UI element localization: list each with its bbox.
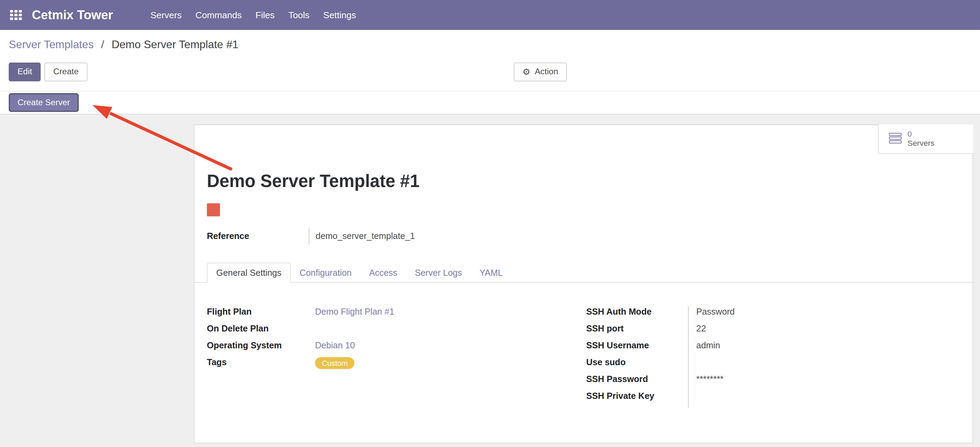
breadcrumb: Server Templates / Demo Server Template … [9, 38, 238, 51]
field-row-ssh-password: SSH Password ******** [586, 374, 960, 391]
control-panel: Server Templates / Demo Server Template … [0, 30, 980, 115]
field-value [688, 391, 960, 408]
tag-custom[interactable]: Custom [315, 357, 355, 369]
tab-yaml[interactable]: YAML [471, 263, 511, 282]
field-row-on-delete-plan: On Delete Plan [207, 323, 586, 340]
field-label: SSH Username [586, 340, 688, 350]
reference-field-row: Reference demo_server_template_1 [207, 228, 960, 244]
app-brand[interactable]: Cetmix Tower [32, 8, 113, 22]
menu-tools[interactable]: Tools [288, 10, 310, 20]
reference-value: demo_server_template_1 [309, 228, 960, 244]
app-window: Cetmix Tower Servers Commands Files Tool… [0, 0, 980, 447]
view-toolbar: Create Server [0, 91, 980, 114]
edit-button[interactable]: Edit [9, 62, 41, 81]
field-value: ******** [688, 374, 960, 391]
field-label: Tags [207, 357, 309, 367]
field-value: admin [688, 340, 960, 357]
content-area: 0 Servers Demo Server Template #1 Refere… [0, 115, 980, 447]
field-label: SSH port [586, 323, 688, 333]
main-menu: Servers Commands Files Tools Settings [151, 10, 356, 20]
field-label: Use sudo [586, 357, 688, 367]
notebook-tabs: General Settings Configuration Access Se… [194, 263, 972, 283]
field-value: 22 [688, 323, 960, 340]
tab-access[interactable]: Access [360, 263, 406, 282]
field-label: SSH Private Key [586, 391, 688, 401]
breadcrumb-separator: / [101, 38, 104, 51]
field-row-use-sudo: Use sudo [586, 357, 960, 374]
action-button[interactable]: ⚙ Action [514, 62, 567, 81]
field-value: Custom [309, 357, 587, 369]
servers-label: Servers [907, 139, 934, 148]
servers-stat-text: 0 Servers [907, 129, 934, 148]
gear-icon: ⚙ [523, 67, 531, 76]
field-label: On Delete Plan [207, 323, 309, 333]
operating-system-link[interactable]: Debian 10 [315, 340, 355, 350]
field-label: SSH Auth Mode [586, 307, 688, 316]
field-label: SSH Password [586, 374, 688, 384]
field-label: Flight Plan [207, 307, 309, 316]
create-button[interactable]: Create [45, 62, 88, 81]
breadcrumb-current: Demo Server Template #1 [112, 38, 239, 51]
apps-menu-icon[interactable] [10, 10, 22, 20]
field-row-tags: Tags Custom [207, 357, 586, 374]
flight-plan-link[interactable]: Demo Flight Plan #1 [315, 307, 395, 316]
field-row-flight-plan: Flight Plan Demo Flight Plan #1 [207, 307, 586, 323]
record-buttons: Edit Create [9, 62, 87, 81]
servers-count: 0 [907, 129, 934, 139]
action-button-label: Action [535, 66, 558, 78]
field-row-ssh-private-key: SSH Private Key [586, 391, 960, 408]
field-value: Password [688, 307, 960, 323]
record-sheet: 0 Servers Demo Server Template #1 Refere… [194, 125, 973, 444]
tab-configuration[interactable]: Configuration [291, 263, 360, 282]
field-row-ssh-username: SSH Username admin [586, 340, 960, 357]
servers-stat-button[interactable]: 0 Servers [878, 125, 973, 154]
breadcrumb-parent[interactable]: Server Templates [9, 38, 94, 51]
field-label: Operating System [207, 340, 309, 350]
field-group-left: Flight Plan Demo Flight Plan #1 On Delet… [207, 307, 586, 408]
field-value [688, 357, 960, 374]
menu-files[interactable]: Files [256, 10, 275, 20]
servers-icon [889, 133, 902, 145]
field-row-operating-system: Operating System Debian 10 [207, 340, 586, 357]
field-row-ssh-port: SSH port 22 [586, 323, 960, 340]
color-swatch[interactable] [207, 203, 220, 216]
field-value: Demo Flight Plan #1 [309, 307, 587, 316]
menu-commands[interactable]: Commands [196, 10, 242, 20]
field-value: Debian 10 [309, 340, 587, 350]
create-server-button[interactable]: Create Server [9, 93, 79, 112]
field-group-right: SSH Auth Mode Password SSH port 22 SSH U… [586, 307, 960, 408]
tab-general-settings[interactable]: General Settings [207, 263, 291, 283]
field-groups: Flight Plan Demo Flight Plan #1 On Delet… [207, 307, 960, 408]
reference-label: Reference [207, 228, 309, 244]
tab-server-logs[interactable]: Server Logs [406, 263, 471, 282]
top-navbar: Cetmix Tower Servers Commands Files Tool… [0, 0, 980, 30]
record-title: Demo Server Template #1 [207, 171, 420, 191]
field-row-ssh-auth-mode: SSH Auth Mode Password [586, 307, 960, 323]
menu-settings[interactable]: Settings [323, 10, 356, 20]
menu-servers[interactable]: Servers [151, 10, 182, 20]
